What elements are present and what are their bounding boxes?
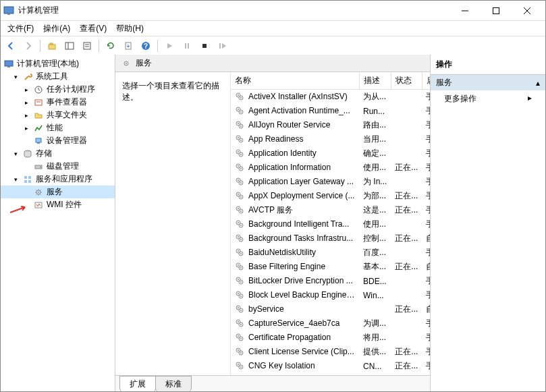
tree-services[interactable]: ▸ 服务 [1,186,115,198]
service-icon [235,233,246,244]
tree-disk-management[interactable]: ▸ 磁盘管理 [1,160,115,173]
menu-help[interactable]: 帮助(H) [112,22,148,36]
service-row[interactable]: App Readiness当用...手动本... [231,132,430,146]
up-button[interactable] [45,38,59,53]
expand-icon[interactable]: ▸ [22,99,30,107]
properties-button[interactable] [80,38,94,53]
service-row[interactable]: Agent Activation Runtime_...Run...手动本... [231,104,430,118]
service-row[interactable]: Background Intelligent Tra...使用...手动本... [231,217,430,231]
stop-service-button[interactable] [197,38,212,53]
svg-point-49 [238,123,239,124]
col-startup[interactable]: 启动类型 [422,72,430,90]
collapse-icon[interactable]: ▾ [11,150,20,158]
tree-system-tools[interactable]: ▾ 系统工具 [1,70,115,83]
back-button[interactable] [3,38,18,53]
tree-shared-folders[interactable]: ▸ 共享文件夹 [1,109,115,121]
service-row[interactable]: Block Level Backup Engine ...Win...手动本..… [231,288,430,302]
svg-point-94 [240,281,242,283]
tab-standard[interactable]: 标准 [155,376,192,391]
service-name: Application Layer Gateway ... [248,177,354,186]
service-row[interactable]: Client License Service (Clip...提供...正在..… [231,345,430,359]
help-button[interactable]: ? [138,38,153,53]
tree-pane[interactable]: 计算机管理(本地) ▾ 系统工具 ▸ 任务计划程序 ▸ 事件查看器 ▸ 共享文件… [1,55,115,391]
service-row[interactable]: Background Tasks Infrastru...控制...正在...自… [231,231,430,246]
actions-more-label: 更多操作 [444,94,476,103]
service-row[interactable]: Base Filtering Engine基本...正在...自动本... [231,260,430,274]
svg-point-78 [240,225,242,226]
menu-file[interactable]: 文件(F) [3,22,38,36]
col-status[interactable]: 状态 [391,72,422,90]
service-row[interactable]: Application Layer Gateway ...为 In...手动本.… [231,175,430,189]
collapse-icon[interactable]: ▾ [11,175,20,184]
service-row[interactable]: Application Information使用...正在...手动(触发..… [231,161,430,175]
tree-task-scheduler[interactable]: ▸ 任务计划程序 [1,83,115,96]
svg-rect-3 [493,7,499,13]
service-status [391,246,422,260]
refresh-button[interactable] [103,38,118,53]
expand-icon[interactable]: ▸ [22,124,30,132]
tree-services-apps[interactable]: ▾ 服务和应用程序 [1,173,115,186]
service-startup: 手动 [422,288,430,302]
svg-point-53 [238,137,239,138]
tree-root[interactable]: 计算机管理(本地) [1,57,115,70]
close-button[interactable] [512,1,543,21]
tree-device-manager[interactable]: ▸ 设备管理器 [1,134,115,147]
collapse-icon[interactable]: ▾ [11,73,20,81]
service-row[interactable]: CNG Key IsolationCN...正在...手动(触发...本... [231,359,430,373]
svg-point-73 [238,208,239,209]
tree-device-manager-label: 设备管理器 [47,135,87,146]
chevron-up-icon[interactable]: ▴ [536,78,540,88]
service-row[interactable]: AppX Deployment Service (...为部...正在...手动… [231,189,430,203]
tab-extended[interactable]: 扩展 [119,376,156,391]
minimize-button[interactable] [449,1,481,21]
service-row[interactable]: ActiveX Installer (AxInstSV)为从...手动本... [231,90,430,105]
service-row[interactable]: AVCTP 服务这是...正在...手动(触发...本... [231,203,430,217]
actions-pane: 操作 服务 ▴ 更多操作 ▸ [431,55,545,391]
start-service-button[interactable] [162,38,177,53]
svg-point-77 [238,222,239,223]
svg-rect-0 [4,7,13,13]
col-name[interactable]: 名称 [231,72,359,90]
service-row[interactable]: AllJoyn Router Service路由...手动(触发...本... [231,118,430,132]
services-list[interactable]: 名称 描述 状态 启动类型 登 ActiveX Installer (AxIns… [230,72,430,375]
tree-performance[interactable]: ▸ 性能 [1,121,115,134]
service-status [391,274,422,288]
tree-wmi[interactable]: ▸ WMI 控件 [1,198,115,211]
svg-point-101 [238,307,239,308]
service-row[interactable]: CaptureService_4aeb7ca为调...手动本... [231,316,430,331]
service-row[interactable]: Application Identity确定...手动(触发...本... [231,146,430,161]
service-row[interactable]: BaiduNetdiskUtility百度...手动本... [231,246,430,260]
service-startup: 手动(触发... [422,359,430,373]
service-startup: 自动 [422,231,430,246]
svg-point-106 [240,324,242,325]
actions-section[interactable]: 服务 ▴ [431,75,545,90]
service-status [391,316,422,331]
actions-more[interactable]: 更多操作 ▸ [431,90,545,107]
tree-storage[interactable]: ▾ 存储 [1,147,115,160]
expand-icon[interactable]: ▸ [22,86,30,94]
service-row[interactable]: BitLocker Drive Encryption ...BDE...手动(触… [231,274,430,288]
pause-service-button[interactable] [180,38,194,53]
show-hide-tree-button[interactable] [62,38,77,53]
svg-point-114 [240,352,242,354]
forward-button[interactable] [21,38,36,53]
service-icon [235,333,246,343]
svg-point-97 [238,293,239,294]
maximize-button[interactable] [481,1,512,21]
expand-icon[interactable]: ▸ [22,111,30,119]
restart-service-button[interactable] [215,38,229,53]
service-desc: 提供... [359,345,391,359]
service-row[interactable]: byService正在...自动本... [231,302,430,316]
menu-view[interactable]: 查看(V) [76,22,111,36]
service-desc: 这是... [359,203,391,217]
col-desc[interactable]: 描述 [359,72,391,90]
center-body: 选择一个项目来查看它的描述。 名称 描述 状态 启动类型 登 ActiveX I… [115,72,430,375]
service-row[interactable]: COM+ Event System支持...正在...自动本... [231,373,430,375]
menu-action[interactable]: 操作(A) [39,22,74,36]
service-row[interactable]: Certificate Propagation将用...手动(触发...本... [231,331,430,345]
tree-event-viewer[interactable]: ▸ 事件查看器 [1,96,115,109]
export-button[interactable] [121,38,136,53]
service-name: BaiduNetdiskUtility [248,248,316,257]
service-name: Certificate Propagation [248,333,331,342]
service-name: AVCTP 服务 [248,205,293,215]
